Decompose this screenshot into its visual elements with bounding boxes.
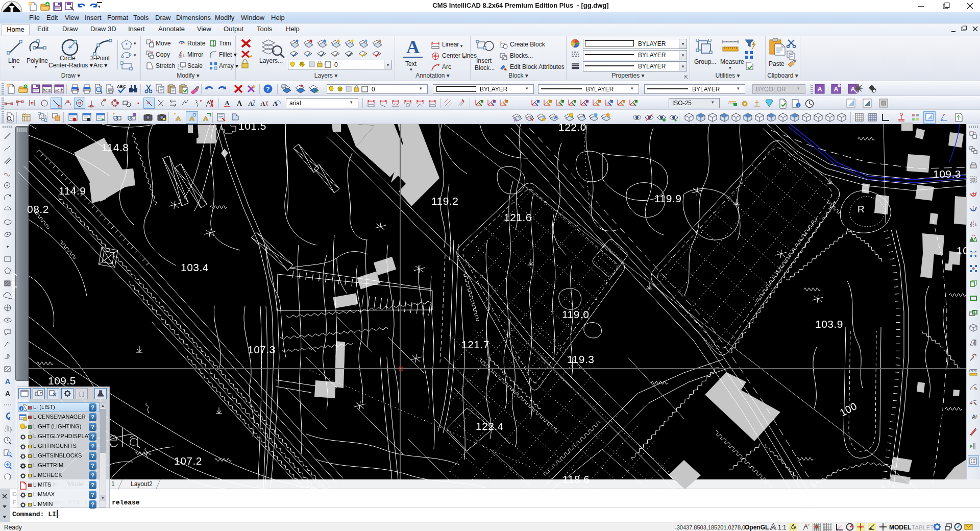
svg-text:119.2: 119.2 bbox=[431, 195, 459, 207]
svg-text:119.0: 119.0 bbox=[562, 308, 590, 320]
svg-text:[]: [] bbox=[78, 391, 85, 397]
svg-text:10: 10 bbox=[957, 245, 969, 256]
svg-text:122.4: 122.4 bbox=[476, 420, 504, 432]
svg-text:08.2: 08.2 bbox=[27, 203, 49, 215]
svg-text:R: R bbox=[857, 204, 865, 214]
svg-text:114.9: 114.9 bbox=[59, 185, 86, 197]
svg-text:114.8: 114.8 bbox=[102, 141, 129, 153]
svg-text:119.9: 119.9 bbox=[654, 192, 682, 204]
svg-text:122.0: 122.0 bbox=[558, 121, 586, 133]
svg-text:109.3: 109.3 bbox=[933, 168, 961, 180]
svg-text:118.6: 118.6 bbox=[562, 473, 590, 485]
svg-text:121.7: 121.7 bbox=[461, 339, 489, 350]
svg-text:121.6: 121.6 bbox=[504, 211, 532, 223]
svg-text:103.4: 103.4 bbox=[181, 261, 209, 273]
svg-text:109.5: 109.5 bbox=[48, 375, 76, 387]
svg-text:i: i bbox=[21, 406, 22, 411]
svg-text:119.3: 119.3 bbox=[567, 353, 595, 365]
svg-text:101.5: 101.5 bbox=[238, 120, 266, 132]
svg-text:103.9: 103.9 bbox=[815, 318, 843, 330]
svg-text:107.2: 107.2 bbox=[174, 455, 202, 467]
